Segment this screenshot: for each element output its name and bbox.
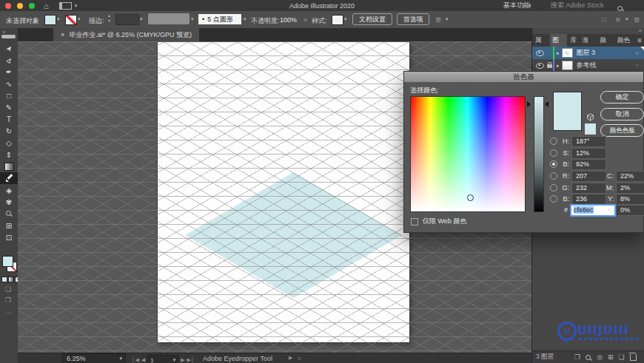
pen-tool[interactable]: ✒ bbox=[0, 66, 18, 78]
layer-name[interactable]: 参考线 bbox=[577, 61, 597, 70]
new-layer-icon[interactable]: ❏ bbox=[619, 353, 625, 361]
slider-arrow-left-icon[interactable] bbox=[527, 101, 531, 107]
eyedropper-tool[interactable] bbox=[0, 172, 18, 184]
panel-grip[interactable] bbox=[1, 35, 16, 38]
s-radio[interactable] bbox=[550, 149, 557, 157]
make-mask-icon[interactable]: ◎ bbox=[597, 353, 603, 361]
dialog-title[interactable]: 拾色器 bbox=[404, 72, 643, 82]
stepper-down-icon[interactable]: ▾ bbox=[108, 18, 110, 23]
zoom-tool[interactable] bbox=[0, 208, 18, 220]
target-circle-icon[interactable]: ○ bbox=[635, 50, 639, 56]
visibility-eye-icon[interactable] bbox=[536, 50, 544, 56]
stroke-weight-input[interactable] bbox=[115, 14, 139, 25]
close-icon[interactable]: × bbox=[61, 31, 64, 38]
color-mode-icon[interactable] bbox=[1, 277, 7, 282]
k-input[interactable]: 0% bbox=[616, 205, 644, 216]
preferences-button[interactable]: 首选项 bbox=[397, 13, 429, 25]
chevron-down-icon[interactable]: ▾ bbox=[244, 16, 246, 22]
out-of-gamut-cube-icon[interactable] bbox=[586, 113, 594, 121]
slice-tool[interactable]: ⊡ bbox=[0, 231, 18, 243]
g-radio[interactable] bbox=[550, 184, 557, 191]
document-setup-button[interactable]: 文档设置 bbox=[352, 13, 392, 25]
screen-mode-icon[interactable]: ❐ bbox=[5, 296, 11, 304]
chevron-down-icon[interactable]: ▾ bbox=[625, 16, 628, 22]
b2-input[interactable]: 236 bbox=[571, 194, 606, 205]
fill-swatch[interactable] bbox=[2, 256, 13, 267]
prev-artboard-icon[interactable]: ◀ bbox=[141, 357, 145, 363]
b2-radio[interactable] bbox=[550, 195, 557, 203]
panel-menu-icon[interactable]: ≡ bbox=[637, 36, 642, 44]
stroke-color-swatch[interactable] bbox=[65, 15, 77, 25]
tab-color-guide[interactable]: 颜色参 bbox=[614, 34, 637, 47]
shaper-tool[interactable]: ◇ bbox=[0, 137, 18, 149]
gamut-swatch[interactable] bbox=[585, 123, 596, 135]
rectangle-tool[interactable]: □ bbox=[0, 89, 18, 101]
new-sublayer-icon[interactable]: ⊞ bbox=[608, 353, 614, 361]
visibility-eye-icon[interactable] bbox=[536, 63, 544, 69]
g-input[interactable]: 232 bbox=[571, 183, 606, 194]
variable-width-profile[interactable]: • 5 点圆形 bbox=[198, 14, 241, 24]
chevron-down-icon[interactable]: ▾ bbox=[191, 16, 194, 22]
r-radio[interactable] bbox=[550, 172, 557, 180]
gradient-mode-icon[interactable] bbox=[8, 277, 14, 282]
expand-arrow-icon[interactable]: ▸ bbox=[557, 63, 560, 69]
chevron-down-icon[interactable]: ▾ bbox=[57, 16, 60, 22]
layer-thumbnail[interactable] bbox=[562, 48, 573, 58]
s-input[interactable]: 12% bbox=[571, 148, 606, 159]
panel-list-icon[interactable]: ≣ bbox=[634, 16, 640, 24]
selection-tool[interactable]: ➤ bbox=[0, 42, 18, 54]
docking-icon[interactable]: ≡ bbox=[616, 16, 620, 24]
tab-color[interactable]: 颜色 bbox=[597, 34, 614, 47]
lock-icon[interactable] bbox=[547, 64, 552, 68]
type-tool[interactable]: T bbox=[0, 113, 18, 125]
y-input[interactable]: 8% bbox=[616, 194, 644, 205]
expand-arrow-icon[interactable]: ▸ bbox=[557, 50, 560, 56]
chevron-down-icon[interactable]: ▾ bbox=[446, 16, 449, 22]
artboard-tool[interactable]: ⊞ bbox=[0, 220, 18, 231]
chevron-down-icon[interactable]: ▾ bbox=[140, 16, 143, 22]
delete-layer-icon[interactable] bbox=[630, 354, 637, 361]
search-icon[interactable] bbox=[617, 6, 623, 12]
locate-object-icon[interactable] bbox=[586, 355, 591, 361]
fill-color-swatch[interactable] bbox=[44, 15, 56, 25]
direct-selection-tool[interactable]: ⊳ bbox=[0, 54, 18, 66]
slider-arrow-right-icon[interactable] bbox=[545, 101, 549, 107]
stepper-up-icon[interactable]: ▴ bbox=[108, 13, 110, 18]
blend-tool[interactable]: ◈ bbox=[0, 184, 18, 196]
collapse-panel-icon[interactable]: » bbox=[639, 27, 642, 34]
tab-layers[interactable]: 图层 bbox=[550, 34, 568, 47]
first-artboard-icon[interactable]: │◀ bbox=[132, 357, 139, 363]
color-swatches-button[interactable]: 颜色色板 bbox=[600, 124, 644, 137]
m-input[interactable]: 2% bbox=[616, 183, 644, 194]
r-input[interactable]: 207 bbox=[571, 171, 606, 182]
symbol-sprayer-tool[interactable]: ✾ bbox=[0, 196, 18, 208]
stock-search-input[interactable]: 搜索 Adobe Stock bbox=[551, 1, 604, 10]
style-swatch[interactable] bbox=[332, 15, 343, 25]
h-radio[interactable] bbox=[550, 138, 557, 145]
greater-icon[interactable]: > bbox=[303, 16, 307, 24]
web-colors-checkbox[interactable] bbox=[411, 218, 418, 225]
draw-mode-icon[interactable]: ❏ bbox=[5, 285, 11, 293]
document-tab[interactable]: × 毕业作业.ai* @ 6.25% (CMYK/GPU 预览) bbox=[53, 28, 199, 41]
c-input[interactable]: 22% bbox=[616, 171, 644, 182]
last-artboard-icon[interactable]: ▶│ bbox=[187, 357, 195, 363]
color-marker[interactable] bbox=[467, 194, 474, 201]
gradient-tool[interactable] bbox=[0, 160, 18, 172]
tab-properties[interactable]: 属性 bbox=[532, 34, 550, 47]
collect-export-icon[interactable]: ❐ bbox=[574, 353, 580, 361]
paintbrush-tool[interactable]: ✎ bbox=[0, 101, 18, 113]
color-spectrum-field[interactable] bbox=[410, 96, 526, 212]
width-tool[interactable]: ⇕ bbox=[0, 149, 18, 160]
more-tools-icon[interactable]: … bbox=[5, 308, 12, 315]
artboard-number-select[interactable]: 1▾ bbox=[147, 355, 178, 363]
cancel-button[interactable]: 取消 bbox=[600, 108, 644, 121]
brush-definition-preview[interactable] bbox=[148, 13, 189, 24]
h-input[interactable]: 187° bbox=[571, 136, 606, 147]
b-radio[interactable] bbox=[550, 160, 557, 168]
tab-libraries[interactable]: 库 bbox=[567, 34, 580, 47]
layer-row-1[interactable]: ▸ 图层 3 ○ bbox=[532, 47, 644, 60]
target-circle-icon[interactable]: ○ bbox=[635, 62, 639, 69]
next-artboard-icon[interactable]: ▶ bbox=[181, 357, 184, 363]
ok-button[interactable]: 确定 bbox=[600, 91, 644, 104]
workspace-switcher[interactable]: 基本功能 bbox=[503, 1, 530, 10]
